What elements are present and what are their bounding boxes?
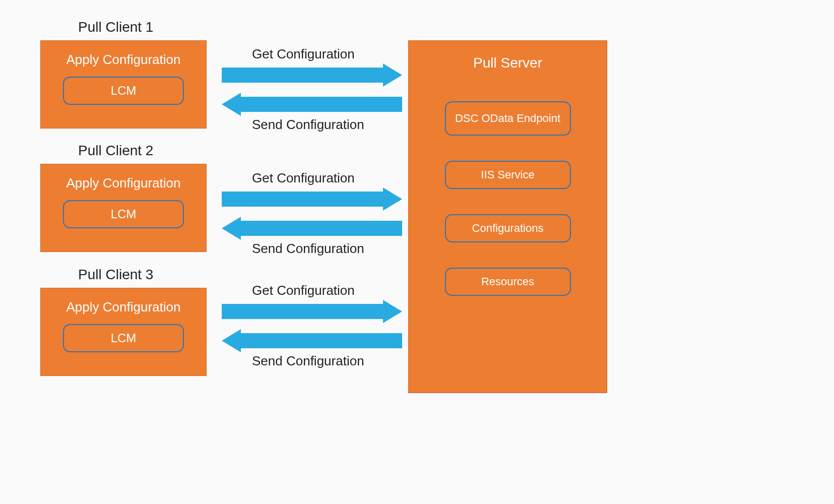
arrow-2-left-icon xyxy=(222,217,402,240)
client-2-box: Apply Configuration LCM xyxy=(40,164,207,252)
arrow-3-get-label: Get Configuration xyxy=(252,283,355,298)
server-item-odata: DSC OData Endpoint xyxy=(445,101,571,136)
svg-marker-4 xyxy=(222,300,402,323)
arrow-1-right-icon xyxy=(222,64,402,87)
arrow-1-get-label: Get Configuration xyxy=(252,46,355,62)
svg-marker-5 xyxy=(222,329,402,352)
client-1-lcm-box: LCM xyxy=(63,77,184,105)
client-3-box: Apply Configuration LCM xyxy=(40,288,207,376)
client-1-label: Pull Client 1 xyxy=(78,19,153,35)
server-item-iis: IIS Service xyxy=(445,161,571,189)
client-3-heading: Apply Configuration xyxy=(67,299,181,315)
server-item-configurations: Configurations xyxy=(445,214,571,242)
svg-marker-1 xyxy=(222,93,402,116)
arrow-2-get-label: Get Configuration xyxy=(252,170,355,186)
client-2-label: Pull Client 2 xyxy=(78,143,153,159)
arrow-3-left-icon xyxy=(222,329,402,352)
arrow-2-right-icon xyxy=(222,187,402,211)
svg-marker-2 xyxy=(222,187,402,211)
arrow-2-send-label: Send Configuration xyxy=(252,241,364,257)
server-item-resources: Resources xyxy=(445,268,571,296)
arrow-3-send-label: Send Configuration xyxy=(252,353,364,369)
client-1-box: Apply Configuration LCM xyxy=(40,40,207,129)
arrow-1-send-label: Send Configuration xyxy=(252,117,364,133)
client-3-lcm-box: LCM xyxy=(63,324,184,352)
client-2-heading: Apply Configuration xyxy=(67,175,181,191)
svg-marker-0 xyxy=(222,64,402,87)
client-1-heading: Apply Configuration xyxy=(67,52,181,68)
svg-marker-3 xyxy=(222,217,402,240)
pull-server-box: Pull Server DSC OData Endpoint IIS Servi… xyxy=(408,40,607,393)
client-2-lcm-box: LCM xyxy=(63,200,184,228)
arrow-3-right-icon xyxy=(222,300,402,323)
client-3-label: Pull Client 3 xyxy=(78,267,153,283)
arrow-1-left-icon xyxy=(222,93,402,116)
pull-server-heading: Pull Server xyxy=(473,55,542,71)
